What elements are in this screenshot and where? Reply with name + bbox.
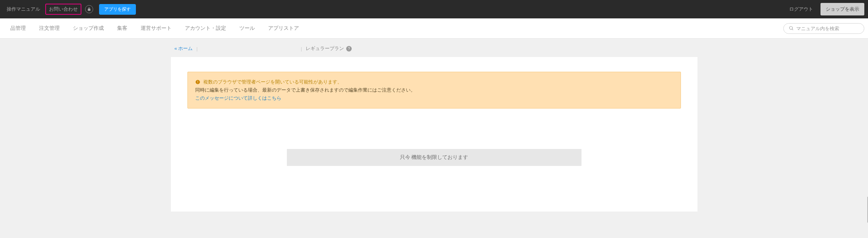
search-box[interactable] xyxy=(783,23,864,34)
restrict-bar: 只今 機能を制限しております xyxy=(287,149,581,166)
breadcrumb-sep-2: | xyxy=(301,46,302,51)
breadcrumb-sep: | xyxy=(196,46,197,51)
nav-tools[interactable]: ツール xyxy=(233,25,261,32)
warning-icon xyxy=(195,79,200,85)
search-icon xyxy=(789,26,794,31)
lock-icon[interactable] xyxy=(85,5,93,13)
nav-support[interactable]: 運営サポート xyxy=(134,25,178,32)
nav-shop-create[interactable]: ショップ作成 xyxy=(66,25,110,32)
search-input[interactable] xyxy=(796,26,859,31)
topbar-left: 操作マニュアル お問い合わせ アプリを探す xyxy=(4,4,136,15)
svg-rect-2 xyxy=(197,83,198,83)
find-app-button[interactable]: アプリを探す xyxy=(99,4,136,15)
navbar: 品管理 注文管理 ショップ作成 集客 運営サポート アカウント・設定 ツール ア… xyxy=(0,18,868,39)
topbar: 操作マニュアル お問い合わせ アプリを探す ログアウト ショップを表示 xyxy=(0,0,868,18)
nav-products[interactable]: 品管理 xyxy=(4,25,32,32)
nav-marketing[interactable]: 集客 xyxy=(110,25,134,32)
breadcrumb: « ホーム | | レギュラープラン ? xyxy=(171,39,697,57)
alert-link[interactable]: このメッセージについて詳しくはこちら xyxy=(195,94,673,102)
plan-label: レギュラープラン xyxy=(306,45,344,52)
manual-link[interactable]: 操作マニュアル xyxy=(4,4,43,15)
alert-box: 複数のブラウザで管理者ページを開いている可能性があります。 同時に編集を行ってい… xyxy=(187,72,681,109)
alert-title: 複数のブラウザで管理者ページを開いている可能性があります。 xyxy=(203,78,342,86)
breadcrumb-plan: レギュラープラン ? xyxy=(306,45,352,52)
alert-title-row: 複数のブラウザで管理者ページを開いている可能性があります。 xyxy=(195,78,673,86)
help-icon[interactable]: ? xyxy=(346,46,352,51)
logout-link[interactable]: ログアウト xyxy=(786,4,816,15)
alert-line2: 同時に編集を行っている場合、最新のデータで上書き保存されますので編集作業にはご注… xyxy=(195,86,673,94)
breadcrumb-home[interactable]: « ホーム xyxy=(175,45,193,52)
nav-account[interactable]: アカウント・設定 xyxy=(178,25,233,32)
view-shop-button[interactable]: ショップを表示 xyxy=(820,3,864,15)
nav-orders[interactable]: 注文管理 xyxy=(32,25,66,32)
contact-link[interactable]: お問い合わせ xyxy=(45,4,81,15)
nav-appstore[interactable]: アプリストア xyxy=(261,25,306,32)
svg-rect-1 xyxy=(197,81,198,83)
main-panel: 複数のブラウザで管理者ページを開いている可能性があります。 同時に編集を行ってい… xyxy=(171,57,697,212)
